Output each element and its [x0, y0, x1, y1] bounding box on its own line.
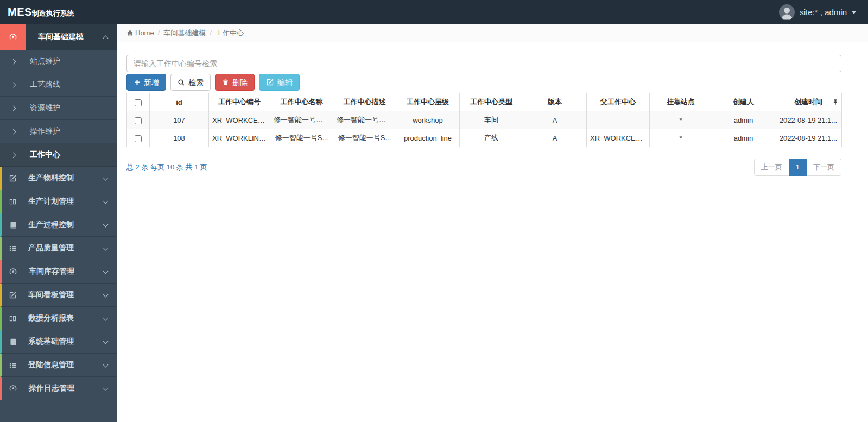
add-button-label: 新增	[144, 79, 159, 86]
column-header-8[interactable]: 挂靠站点	[650, 93, 712, 111]
chevron-right-icon	[11, 129, 16, 134]
sidebar-section-workshop-modeling[interactable]: 车间基础建模	[0, 24, 117, 50]
table-footer: 总 2 条 每页 10 条 共 1 页 上一页 1 下一页	[126, 159, 841, 176]
sidebar-subitem-label: 操作维护	[30, 127, 60, 136]
pagination: 上一页 1 下一页	[754, 159, 841, 176]
sidebar-section-label: 生产物料控制	[28, 173, 104, 183]
table-cell: admin	[712, 111, 775, 129]
columns-icon	[9, 198, 17, 206]
column-header-9[interactable]: 创建人	[712, 93, 775, 111]
sidebar-subitem-4[interactable]: 工作中心	[0, 143, 117, 167]
table-cell: 修一智能一号车间	[333, 111, 396, 129]
column-header-3[interactable]: 工作中心描述	[333, 93, 396, 111]
main-panel: 新增 检索 删除 编辑 id工作中心编号工作中心名称工作中心描述工作中心层级工作…	[117, 42, 868, 176]
sidebar-section-label: 登陆信息管理	[28, 360, 104, 370]
column-header-label: 挂靠站点	[667, 98, 695, 106]
chevron-down-icon	[103, 385, 109, 390]
sidebar-section-0[interactable]: 生产物料控制	[0, 167, 117, 190]
next-page-button[interactable]: 下一页	[806, 159, 841, 176]
prev-page-button[interactable]: 上一页	[754, 159, 789, 176]
sidebar-section-6[interactable]: 数据分析报表	[0, 307, 117, 330]
layout: 车间基础建模 站点维护工艺路线资源维护操作维护工作中心 生产物料控制生产计划管理…	[0, 24, 868, 422]
sidebar-section-label: 系统基础管理	[28, 337, 104, 347]
column-header-4[interactable]: 工作中心层级	[396, 93, 460, 111]
sidebar-section-label: 车间看板管理	[28, 290, 104, 300]
sidebar-subitem-0[interactable]: 站点维护	[0, 50, 117, 73]
sidebar-section-8[interactable]: 登陆信息管理	[0, 354, 117, 377]
toolbar: 新增 检索 删除 编辑	[126, 74, 841, 91]
search-button-label: 检索	[188, 79, 204, 86]
sidebar-section-2[interactable]: 生产过程控制	[0, 213, 117, 237]
column-header-0[interactable]: id	[150, 93, 209, 111]
column-header-1[interactable]: 工作中心编号	[209, 93, 270, 111]
column-header-5[interactable]: 工作中心类型	[460, 93, 523, 111]
topbar: MES制造执行系统 site:* , admin	[0, 0, 868, 24]
column-header-label: 工作中心层级	[407, 98, 449, 106]
column-header-label: 工作中心名称	[281, 98, 323, 106]
column-header-label: id	[176, 98, 182, 106]
sidebar-subitem-3[interactable]: 操作维护	[0, 120, 117, 143]
column-header-10[interactable]: 创建时间	[775, 93, 842, 111]
sidebar-section-label: 生产计划管理	[28, 197, 104, 206]
sidebar: 车间基础建模 站点维护工艺路线资源维护操作维护工作中心 生产物料控制生产计划管理…	[0, 24, 117, 422]
chevron-down-icon	[103, 245, 109, 250]
add-button[interactable]: 新增	[126, 74, 166, 91]
column-header-6[interactable]: 版本	[523, 93, 587, 111]
chevron-down-icon	[103, 222, 109, 227]
row-checkbox[interactable]	[135, 135, 142, 142]
table-cell: XR_WORKCEN...	[209, 111, 270, 129]
chevron-down-icon	[103, 175, 109, 180]
columns-icon	[9, 314, 17, 323]
breadcrumb: Home / 车间基础建模 / 工作中心	[117, 24, 868, 42]
content: Home / 车间基础建模 / 工作中心 新增 检索 删除	[117, 24, 868, 422]
sidebar-section-1[interactable]: 生产计划管理	[0, 190, 117, 213]
column-header-7[interactable]: 父工作中心	[587, 93, 650, 111]
sidebar-subitem-2[interactable]: 资源维护	[0, 97, 117, 120]
table-cell: 修一智能一号S...	[270, 129, 333, 147]
search-input[interactable]	[126, 55, 841, 72]
table-cell: A	[523, 129, 587, 147]
row-checkbox[interactable]	[135, 117, 142, 124]
breadcrumb-home[interactable]: Home	[135, 29, 154, 37]
table-cell: workshop	[396, 111, 460, 129]
gauge-icon	[9, 267, 17, 276]
user-menu[interactable]: site:* , admin	[779, 4, 868, 20]
sidebar-section-5[interactable]: 车间看板管理	[0, 284, 117, 307]
chevron-down-icon	[103, 198, 109, 204]
select-all-checkbox[interactable]	[135, 99, 142, 106]
sidebar-section-label: 操作日志管理	[29, 383, 104, 393]
breadcrumb-workshop-modeling[interactable]: 车间基础建模	[163, 28, 206, 38]
edit-button[interactable]: 编辑	[259, 74, 300, 91]
trash-icon	[222, 79, 229, 86]
search-button[interactable]: 检索	[170, 74, 211, 91]
column-header-2[interactable]: 工作中心名称	[270, 93, 333, 111]
chevron-right-icon	[11, 105, 16, 111]
delete-button[interactable]: 删除	[215, 74, 255, 91]
sidebar-section-4[interactable]: 车间库存管理	[0, 260, 117, 284]
home-icon	[126, 29, 134, 36]
sidebar-section-7[interactable]: 系统基础管理	[0, 330, 117, 354]
user-label: site:* , admin	[800, 8, 847, 17]
table-row-0: 107XR_WORKCEN...修一智能一号车间修一智能一号车间workshop…	[127, 111, 842, 129]
table-cell: XR_WORKLINE...	[209, 129, 270, 147]
page-1-button[interactable]: 1	[789, 159, 807, 176]
app-logo[interactable]: MES制造执行系统	[0, 6, 117, 18]
search-icon	[178, 79, 185, 86]
table-cell	[587, 111, 650, 129]
table-cell: 修一智能一号S...	[333, 129, 396, 147]
sidebar-section-9[interactable]: 操作日志管理	[0, 377, 117, 400]
chevron-down-icon	[103, 315, 109, 320]
sidebar-section-3[interactable]: 产品质量管理	[0, 237, 117, 260]
sidebar-section-label: 生产过程控制	[28, 220, 104, 230]
column-header-label: 工作中心编号	[218, 98, 261, 106]
sidebar-subitem-1[interactable]: 工艺路线	[0, 73, 117, 97]
table-cell: A	[523, 111, 587, 129]
list-icon	[9, 361, 17, 369]
chevron-down-icon	[103, 362, 109, 367]
gauge-icon	[0, 24, 26, 50]
table-cell: 产线	[460, 129, 523, 147]
chevron-down-icon	[103, 338, 109, 344]
pin-icon[interactable]	[832, 99, 839, 105]
delete-button-label: 删除	[232, 79, 248, 86]
user-avatar	[779, 4, 795, 20]
